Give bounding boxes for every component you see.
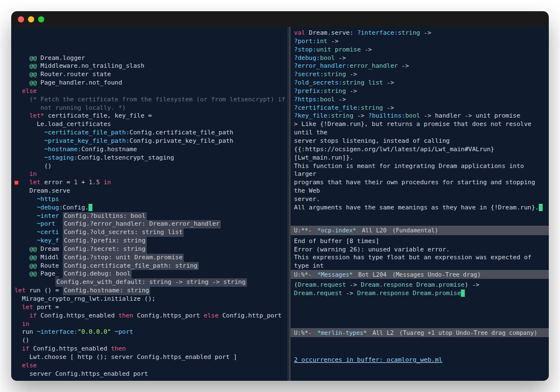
code-line: Le.load_certificates: [15, 120, 286, 129]
code-line: (): [15, 162, 286, 171]
messages-pane[interactable]: (Dream.request -> Dream.response Dream.p…: [291, 279, 549, 328]
token: Router.router state: [40, 71, 111, 78]
token: {{:https://ocsigen.org/lwt/latest/api/Lw…: [294, 146, 498, 161]
code-line: server stops listening, instead of calli…: [294, 137, 545, 146]
code-line: This expression has type float but an ex…: [294, 254, 545, 269]
completion-item: Config.?builtins: bool: [63, 212, 147, 221]
code-line: ?https:bool ->: [294, 96, 545, 104]
code-line: ?certificate_file:string ->: [294, 104, 545, 113]
token: else: [15, 87, 37, 95]
token: ->: [335, 96, 346, 103]
code-line: ~https: [15, 195, 286, 204]
buffer-mode: (Fundamental): [392, 226, 438, 234]
token: else: [204, 312, 222, 319]
code-line: ?debug:bool ->: [294, 54, 545, 63]
token: ~port: [15, 220, 63, 227]
token: ~port: [111, 328, 133, 335]
code-line: server Config.https_enabled port: [15, 370, 286, 379]
token: ->: [346, 281, 361, 288]
code-line: @@ Middleware.no_trailing_slash: [15, 62, 286, 71]
code-line: Dream.serve: [15, 187, 286, 195]
close-icon[interactable]: [18, 16, 24, 22]
token: in: [15, 320, 30, 328]
code-line: let* certificate_file, key_file =: [15, 112, 286, 120]
token: Config.certificate_file_path: [129, 129, 233, 136]
token: 1: [74, 179, 78, 186]
token: ->: [346, 87, 357, 95]
token: bool: [405, 112, 421, 119]
token: Dream: [40, 245, 63, 253]
token: if: [15, 345, 33, 352]
token: if: [15, 312, 40, 319]
code-line: if Config.https_enabled then Config.http…: [15, 312, 286, 320]
code-line: @@ Page_handler.not_found: [15, 79, 286, 87]
token: ->: [420, 29, 431, 36]
token: ->: [361, 46, 372, 53]
token: ?debug:: [294, 54, 320, 62]
maximize-icon[interactable]: [38, 16, 44, 22]
token: error =: [44, 179, 74, 186]
code-line: (* Fetch the certificate from the filesy…: [15, 96, 286, 104]
buffer-state: U:**-: [294, 226, 312, 234]
occurrences-header: 2 occurrences in buffer: ocamlorg_web.ml: [294, 356, 442, 363]
documentation-pane[interactable]: val Dream.serve: ?interface:string ->?po…: [291, 27, 549, 226]
token: Lwt.choose [ http (); server Config.http…: [15, 353, 237, 361]
scrollbar[interactable]: [287, 27, 289, 381]
completion-item: Config.?prefix: string: [63, 237, 147, 245]
token: ->: [335, 54, 346, 62]
token: [15, 278, 55, 286]
token: ~hostname:: [15, 146, 81, 153]
cursor: [461, 290, 465, 297]
minimize-icon[interactable]: [28, 16, 34, 22]
token: ■: [15, 179, 18, 186]
code-line: let run () = Config.hostname: string: [15, 287, 286, 295]
token: > Like {!Dream.run}, but returns a promi…: [294, 120, 535, 136]
ocp-index-pane[interactable]: End of buffer [8 times]Error (warning 26…: [291, 235, 549, 270]
token: This expression has type float but an ex…: [294, 254, 535, 269]
code-line: ~debug:Config.: [15, 204, 286, 212]
code-line: ?key_file:string -> ?builtins:bool -> ha…: [294, 112, 545, 120]
token: Middl: [40, 254, 63, 261]
token: ?certificate_file:: [294, 104, 361, 111]
editor-window: @@ Dream.logger @@ Middleware.no_trailin…: [11, 11, 549, 381]
code-line: Dream.request -> Dream.response Dream.pr…: [294, 290, 545, 298]
code-line: ~certi Config.?old_secrets: string list: [15, 228, 286, 237]
code-line: This function is meant for integrating D…: [294, 162, 545, 179]
token: ~https: [15, 195, 59, 203]
token: Dream.request: [298, 281, 346, 288]
completion-item: Config.?error_handler: Dream.error_handl…: [63, 220, 221, 228]
token: ?error_handler:: [294, 62, 349, 69]
code-line: not running locally. *): [15, 104, 286, 113]
code-line: ?secret:string ->: [294, 71, 545, 79]
code-line: {{:https://ocsigen.org/lwt/latest/api/Lw…: [294, 146, 545, 162]
token: ?prefix:: [294, 87, 324, 95]
token: int: [316, 38, 328, 45]
buffer-name: *Messages*: [318, 270, 353, 278]
token: run () =: [30, 287, 63, 294]
token: Config.https_enabled: [33, 345, 111, 352]
code-line: in: [15, 170, 286, 179]
completion-item: Config.?old_secrets: string list: [63, 228, 184, 237]
token: "0.0.0.0": [78, 328, 111, 335]
token: ?stop:: [294, 46, 316, 53]
code-line: ~inter Config.?builtins: bool: [15, 212, 286, 221]
token: ?key_file:: [294, 112, 331, 119]
token: ?builtins:: [368, 112, 405, 119]
modeline-messages: U:%*- *Messages* Bot L204 (Messages Undo…: [291, 270, 549, 279]
token: (): [15, 162, 52, 170]
token: ->: [383, 104, 394, 111]
token: bool: [320, 54, 335, 62]
token: certificate_file, key_file =: [44, 112, 152, 119]
token: ->: [398, 62, 409, 69]
token: All arguments have the same meanings as …: [294, 204, 539, 211]
completion-item: Config.?stop: unit Dream.promise: [63, 254, 184, 262]
token: ?secret:: [294, 71, 324, 78]
code-buffer-left[interactable]: @@ Dream.logger @@ Middleware.no_trailin…: [11, 27, 289, 381]
code-line: > Like {!Dream.run}, but returns a promi…: [294, 120, 545, 137]
token: else: [15, 362, 37, 369]
token: Config.https_enabled: [40, 312, 118, 319]
token: -> handler -> unit promise: [420, 112, 520, 119]
merlin-types-pane[interactable]: 2 occurrences in buffer: ocamlorg_web.ml…: [291, 337, 549, 381]
token: Config.letsencrypt_staging: [78, 154, 174, 161]
token: 1.5: [88, 179, 100, 186]
